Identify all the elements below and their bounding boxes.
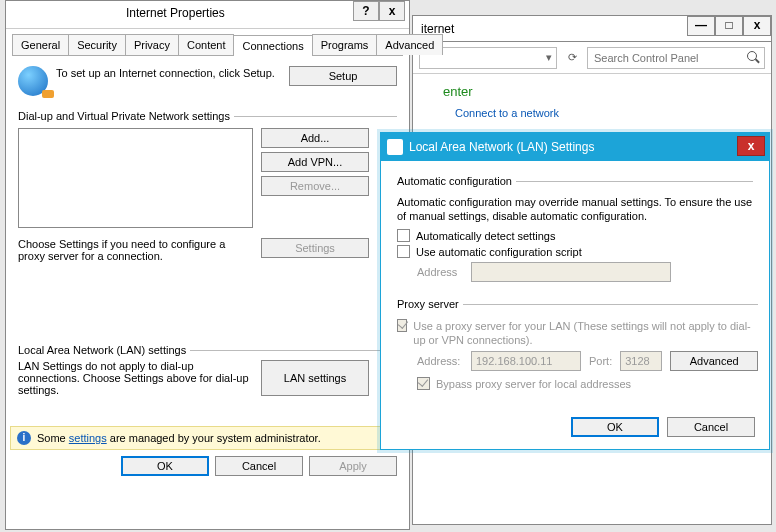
proxy-group: Proxy server Use a proxy server for your… [397, 298, 758, 393]
info-settings-link[interactable]: settings [69, 432, 107, 444]
add-button[interactable]: Add... [261, 128, 369, 148]
cancel-button[interactable]: Cancel [667, 417, 755, 437]
tab-advanced[interactable]: Advanced [376, 34, 443, 55]
titlebar: Internet Properties ? x [6, 1, 409, 29]
apply-button[interactable]: Apply [309, 456, 397, 476]
lan-settings-dialog: Local Area Network (LAN) Settings x Auto… [380, 132, 770, 450]
proxy-port-label: Port: [589, 355, 612, 367]
proxy-port-input: 3128 [620, 351, 662, 371]
lan-group: Local Area Network (LAN) settings LAN Se… [18, 344, 397, 396]
use-proxy-label: Use a proxy server for your LAN (These s… [413, 319, 758, 347]
tab-bar: General Security Privacy Content Connect… [12, 34, 403, 56]
close-button[interactable]: x [743, 16, 771, 36]
section-heading: enter [443, 84, 763, 99]
info-text-pre: Some [37, 432, 69, 444]
tab-privacy[interactable]: Privacy [125, 34, 179, 55]
toolbar: ▾ ⟳ [413, 42, 771, 74]
use-proxy-checkbox [397, 319, 407, 332]
connect-network-link[interactable]: Connect to a network [455, 107, 559, 119]
proxy-group-label: Proxy server [397, 298, 463, 310]
auto-script-label: Use automatic configuration script [416, 246, 582, 258]
tab-general[interactable]: General [12, 34, 69, 55]
proxy-address-input: 192.168.100.11 [471, 351, 581, 371]
ok-button[interactable]: OK [121, 456, 209, 476]
close-button[interactable]: x [737, 136, 765, 156]
advanced-button[interactable]: Advanced [670, 351, 758, 371]
proxy-address-label: Address: [417, 355, 463, 367]
window-titlebar: iternet — □ x [413, 16, 771, 42]
setup-button[interactable]: Setup [289, 66, 397, 86]
lan-settings-button[interactable]: LAN settings [261, 360, 369, 396]
bypass-local-label: Bypass proxy server for local addresses [436, 378, 631, 390]
app-icon [387, 139, 403, 155]
auto-detect-checkbox[interactable] [397, 229, 410, 242]
info-icon: i [17, 431, 31, 445]
auto-detect-label: Automatically detect settings [416, 230, 555, 242]
minimize-button[interactable]: — [687, 16, 715, 36]
script-address-input [471, 262, 671, 282]
search-input[interactable] [588, 52, 764, 64]
tab-connections[interactable]: Connections [233, 35, 312, 56]
maximize-button[interactable]: □ [715, 16, 743, 36]
tab-security[interactable]: Security [68, 34, 126, 55]
chevron-down-icon: ▾ [546, 51, 552, 64]
search-box[interactable] [587, 47, 765, 69]
remove-button[interactable]: Remove... [261, 176, 369, 196]
tab-content[interactable]: Content [178, 34, 235, 55]
search-icon[interactable] [747, 51, 760, 64]
internet-properties-window: Internet Properties ? x General Security… [5, 0, 410, 530]
cancel-button[interactable]: Cancel [215, 456, 303, 476]
info-text-post: are managed by your system administrator… [107, 432, 321, 444]
dialog-title: Local Area Network (LAN) Settings [409, 140, 594, 154]
auto-config-group: Automatic configuration Automatic config… [397, 175, 753, 286]
script-address-label: Address [417, 266, 463, 278]
titlebar: Local Area Network (LAN) Settings x [381, 133, 769, 161]
dialup-group-label: Dial-up and Virtual Private Network sett… [18, 110, 234, 122]
auto-script-checkbox[interactable] [397, 245, 410, 258]
globe-icon [18, 66, 48, 96]
refresh-button[interactable]: ⟳ [563, 51, 581, 64]
choose-settings-text: Choose Settings if you need to configure… [18, 238, 253, 262]
setup-text: To set up an Internet connection, click … [56, 66, 281, 80]
ok-button[interactable]: OK [571, 417, 659, 437]
add-vpn-button[interactable]: Add VPN... [261, 152, 369, 172]
close-button[interactable]: x [379, 1, 405, 21]
info-bar: i Some settings are managed by your syst… [10, 426, 405, 450]
help-button[interactable]: ? [353, 1, 379, 21]
connection-listbox[interactable] [18, 128, 253, 228]
lan-group-label: Local Area Network (LAN) settings [18, 344, 190, 356]
lan-text: LAN Settings do not apply to dial-up con… [18, 360, 253, 396]
settings-button[interactable]: Settings [261, 238, 369, 258]
dialup-group: Dial-up and Virtual Private Network sett… [18, 110, 397, 262]
tab-programs[interactable]: Programs [312, 34, 378, 55]
window-title: Internet Properties [126, 6, 225, 20]
auto-config-desc: Automatic configuration may override man… [397, 195, 753, 223]
bypass-local-checkbox [417, 377, 430, 390]
auto-config-label: Automatic configuration [397, 175, 516, 187]
